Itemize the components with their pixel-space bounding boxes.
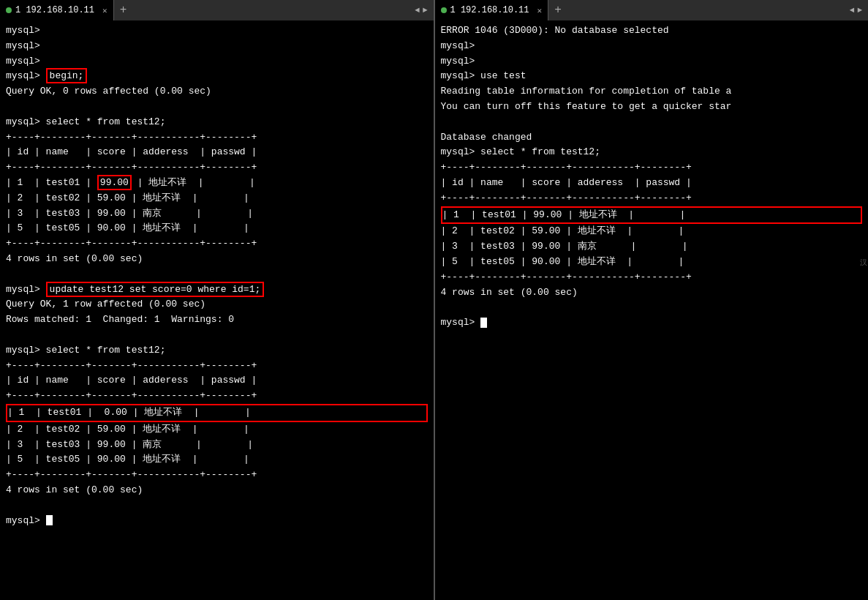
left-tab-close[interactable]: ✕ — [102, 6, 107, 15]
left-nav-right[interactable]: ► — [423, 6, 428, 15]
app-container: 1 192.168.10.11 ✕ + ◄ ► mysql> mysql> my… — [0, 0, 868, 600]
right-tab-close[interactable]: ✕ — [537, 6, 543, 15]
right-terminal-content[interactable]: ERROR 1046 (3D000): No database selected… — [435, 20, 869, 600]
right-tab-bar: 1 192.168.10.11 ✕ + ◄ ► — [435, 0, 869, 20]
right-terminal-panel[interactable]: 1 192.168.10.11 ✕ + ◄ ► ERROR 1046 (3D00… — [435, 0, 869, 600]
left-terminal-content[interactable]: mysql> mysql> mysql> mysql> begin; Query… — [0, 20, 434, 600]
right-tab-nav: ◄ ► — [844, 6, 868, 15]
left-tab-nav: ◄ ► — [409, 6, 433, 15]
left-nav-left[interactable]: ◄ — [415, 6, 420, 15]
right-terminal-text: ERROR 1046 (3D000): No database selected… — [441, 23, 863, 331]
left-terminal-text: mysql> mysql> mysql> mysql> begin; Query… — [6, 23, 428, 528]
right-nav-right[interactable]: ► — [857, 6, 862, 15]
left-tab-dot — [6, 7, 12, 13]
right-nav-left[interactable]: ◄ — [850, 6, 855, 15]
right-tab-add[interactable]: + — [548, 4, 567, 17]
right-tab-dot — [441, 7, 447, 13]
left-tab[interactable]: 1 192.168.10.11 ✕ — [0, 0, 114, 20]
left-tab-bar: 1 192.168.10.11 ✕ + ◄ ► — [0, 0, 434, 20]
panels-container: 1 192.168.10.11 ✕ + ◄ ► mysql> mysql> my… — [0, 0, 868, 600]
right-tab-title: 1 192.168.10.11 — [450, 5, 529, 15]
left-terminal-panel[interactable]: 1 192.168.10.11 ✕ + ◄ ► mysql> mysql> my… — [0, 0, 435, 600]
left-tab-title: 1 192.168.10.11 — [15, 5, 94, 15]
right-tab[interactable]: 1 192.168.10.11 ✕ — [435, 0, 549, 20]
left-tab-add[interactable]: + — [114, 4, 133, 17]
